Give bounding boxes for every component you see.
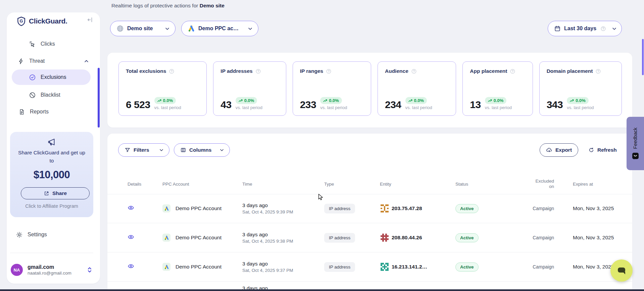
column-header: Expires at — [573, 182, 622, 187]
columns-button[interactable]: Columns — [174, 143, 230, 157]
sidebar-item-blacklist[interactable]: Blacklist — [29, 90, 60, 100]
stat-label: IP addresses — [220, 68, 252, 74]
chat-launcher-button[interactable] — [610, 259, 633, 282]
stat-value: 43 — [220, 100, 231, 110]
refresh-button[interactable]: Refresh — [586, 143, 620, 157]
stat-card: Audience 234 0.0% vs. last period — [378, 61, 456, 116]
feedback-smiley-icon — [632, 152, 639, 159]
sidebar-item-reports[interactable]: Reports — [18, 106, 49, 117]
share-button[interactable]: Share — [21, 187, 90, 199]
date-range-selector[interactable]: Last 30 days — [548, 21, 622, 36]
document-icon — [18, 108, 25, 115]
sidebar-item-settings[interactable]: Settings — [16, 229, 47, 240]
megaphone-icon — [47, 137, 56, 147]
columns-icon — [180, 147, 186, 153]
trend-up-icon — [157, 99, 161, 102]
sidebar-item-label: Exclusions — [41, 74, 66, 80]
chevron-down-icon — [159, 148, 164, 152]
brand-name: ClickGuard. — [29, 17, 67, 25]
help-icon[interactable] — [411, 68, 417, 74]
help-icon[interactable] — [255, 68, 261, 74]
account-name: gmail.com — [28, 264, 71, 271]
type-badge: IP address — [324, 233, 355, 243]
ip-identicon — [380, 262, 389, 272]
view-details-eye-icon[interactable] — [128, 204, 134, 211]
ppc-account-name: Demo PPC Account — [176, 235, 221, 241]
stat-delta-badge: 0.0% — [485, 97, 507, 104]
exclusions-table-card: Filters Columns Export — [107, 134, 632, 291]
google-ads-icon — [162, 234, 170, 242]
stat-compare-label: vs. last period — [154, 105, 181, 110]
external-link-icon — [44, 191, 49, 196]
share-amount: $10,000 — [10, 169, 93, 181]
help-icon[interactable] — [326, 68, 332, 74]
sidebar-collapse-icon[interactable] — [87, 16, 93, 23]
sidebar-item-label: Reports — [30, 109, 49, 115]
ip-identicon — [380, 233, 389, 242]
help-icon[interactable] — [510, 68, 515, 74]
feedback-tab[interactable]: Feedback — [627, 117, 644, 170]
brand-logo[interactable]: G ClickGuard. — [17, 15, 67, 27]
chevron-down-icon — [612, 26, 617, 31]
column-header: Type — [324, 182, 380, 187]
chat-bubble-icon — [616, 265, 627, 276]
stat-card: Total exclusions 6 523 0.0% vs. last per… — [118, 61, 207, 116]
window-bottom-edge — [0, 289, 644, 291]
ppc-selector-value: Demo PPC ac… — [198, 26, 239, 32]
sidebar-item-label: Threat — [29, 58, 45, 64]
trend-up-icon — [239, 99, 243, 102]
stat-delta-badge: 0.0% — [236, 97, 257, 104]
help-icon[interactable] — [169, 68, 175, 74]
table-row[interactable]: Demo PPC Account 3 days ago Sat, Oct 4, … — [107, 194, 632, 223]
sidebar: G ClickGuard. Clicks Threat — [7, 12, 100, 284]
divider — [10, 253, 93, 253]
share-headline: Share ClickGuard and get up to — [18, 149, 85, 165]
time-exact: Sat, Oct 4, 2025 9:38 PM — [242, 239, 324, 244]
page-scrollbar-thumb[interactable] — [642, 39, 644, 75]
trend-up-icon — [570, 99, 574, 102]
ip-identicon — [380, 204, 389, 213]
gear-icon — [16, 231, 23, 238]
status-badge: Active — [455, 233, 479, 242]
filters-button[interactable]: Filters — [118, 143, 169, 157]
time-exact: Sat, Oct 4, 2025 9:37 PM — [242, 268, 324, 273]
stat-label: App placement — [470, 68, 507, 74]
sidebar-scroll-indicator[interactable] — [98, 68, 100, 128]
excluded-on-value: Campaign — [513, 235, 573, 240]
sidebar-item-label: Blacklist — [41, 92, 60, 98]
view-details-eye-icon[interactable] — [128, 234, 134, 240]
avatar: NA — [11, 264, 23, 276]
table-body: Demo PPC Account 3 days ago Sat, Oct 4, … — [107, 194, 632, 282]
sidebar-item-exclusions[interactable]: Exclusions — [12, 69, 91, 85]
ppc-account-name: Demo PPC Account — [176, 264, 221, 270]
export-button[interactable]: Export — [540, 143, 578, 157]
sidebar-item-threat[interactable]: Threat — [18, 56, 89, 66]
table-row[interactable]: Demo PPC Account 3 days ago Sat, Oct 4, … — [107, 223, 632, 252]
stat-value: 234 — [385, 100, 401, 110]
account-switcher[interactable]: NA gmail.com naatali.ro@gmail.com — [11, 263, 96, 277]
stat-delta-badge: 0.0% — [320, 97, 342, 104]
stat-compare-label: vs. last period — [405, 105, 432, 110]
view-details-eye-icon[interactable] — [128, 263, 134, 270]
cursor-click-icon — [29, 41, 36, 48]
entity-value: 203.75.47.28 — [392, 205, 422, 211]
cloud-download-icon — [546, 147, 552, 153]
table-header-row: DetailsPPC AccountTimeTypeEntityStatusEx… — [107, 174, 632, 194]
help-icon[interactable] — [595, 68, 601, 74]
stat-card: App placement 13 0.0% vs. last period — [462, 61, 533, 116]
stat-delta-badge: 0.0% — [405, 97, 427, 104]
stat-compare-label: vs. last period — [567, 105, 594, 110]
chevron-down-icon — [165, 26, 170, 31]
feedback-label: Feedback — [633, 128, 638, 149]
sidebar-item-clicks[interactable]: Clicks — [29, 39, 55, 49]
affiliate-link[interactable]: Click to Affiliate Program — [10, 203, 93, 209]
globe-icon — [116, 25, 124, 32]
column-header: Status — [455, 182, 513, 187]
stat-delta-badge: 0.0% — [154, 97, 176, 104]
google-ads-icon — [188, 25, 195, 32]
table-row[interactable]: Demo PPC Account 3 days ago Sat, Oct 4, … — [107, 252, 632, 282]
excluded-on-value: Campaign — [513, 206, 573, 211]
ppc-account-selector[interactable]: Demo PPC ac… — [181, 21, 258, 36]
site-selector[interactable]: Demo site — [110, 21, 176, 36]
stats-summary-card: Total exclusions 6 523 0.0% vs. last per… — [107, 53, 632, 128]
